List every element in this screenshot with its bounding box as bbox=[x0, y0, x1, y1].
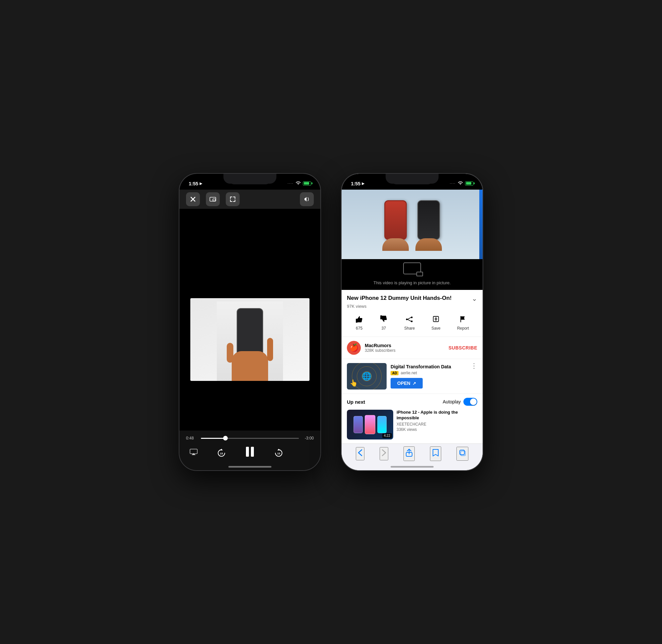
ad-section: 🌐 👆 Digital Transformation Data AD aerli… bbox=[342, 359, 483, 394]
video-player: 0:48 -3:00 bbox=[179, 190, 320, 470]
safari-tabs-button[interactable] bbox=[456, 447, 469, 461]
home-indicator-left bbox=[228, 466, 271, 468]
chevron-down-icon[interactable]: ⌄ bbox=[472, 295, 477, 302]
pip-thumbnail bbox=[342, 190, 483, 259]
channel-info: MacRumors 328K subscribers bbox=[365, 343, 449, 353]
pip-hand-left bbox=[382, 238, 409, 251]
ad-title: Digital Transformation Data bbox=[391, 364, 467, 369]
pause-button[interactable] bbox=[245, 446, 255, 460]
dislike-button[interactable]: 37 bbox=[380, 315, 388, 330]
like-button[interactable]: 675 bbox=[355, 315, 363, 330]
current-time: 0:48 bbox=[186, 436, 198, 440]
safari-share-button[interactable] bbox=[404, 446, 415, 461]
like-icon bbox=[355, 315, 363, 325]
airplay-button[interactable] bbox=[189, 448, 198, 458]
duration-badge: 4:22 bbox=[382, 433, 392, 438]
autoplay-label: Autoplay bbox=[443, 399, 461, 405]
left-phone-group bbox=[382, 200, 409, 251]
left-iphone: 1:55 ▶ ···· bbox=[179, 173, 321, 471]
time-left: 1:55 bbox=[189, 181, 198, 186]
youtube-screen: 1:55 ▶ ···· bbox=[342, 174, 483, 470]
action-row: 675 37 bbox=[347, 313, 477, 333]
power-right[interactable] bbox=[483, 233, 483, 256]
pip-phone-dark bbox=[417, 200, 440, 240]
share-button[interactable]: Share bbox=[404, 315, 415, 330]
ad-badge: AD bbox=[391, 371, 398, 375]
battery-left bbox=[303, 181, 311, 186]
open-label: OPEN bbox=[397, 381, 410, 386]
next-video-views: 336K views bbox=[396, 427, 477, 432]
left-screen: 1:55 ▶ ···· bbox=[179, 174, 320, 470]
skip-back-button[interactable]: 15 bbox=[217, 448, 226, 458]
pip-icon bbox=[403, 262, 421, 274]
seek-track[interactable] bbox=[201, 438, 299, 439]
right-screen: 1:55 ▶ ···· bbox=[342, 174, 483, 470]
share-label: Share bbox=[404, 326, 415, 330]
safari-back-button[interactable] bbox=[356, 447, 364, 460]
power-button[interactable] bbox=[320, 233, 321, 256]
svg-rect-8 bbox=[246, 447, 249, 457]
right-phone-group bbox=[415, 200, 442, 251]
autoplay-row: Autoplay bbox=[443, 398, 477, 406]
ad-info: Digital Transformation Data AD aerlie.ne… bbox=[391, 364, 467, 389]
home-indicator-right bbox=[391, 466, 434, 468]
next-video-item[interactable]: 4:22 iPhone 12 - Apple is doing the impo… bbox=[347, 410, 477, 439]
ad-thumb-icon: 🌐 bbox=[362, 372, 372, 381]
location-icon-right: ▶ bbox=[362, 181, 364, 186]
share-icon bbox=[406, 315, 413, 325]
open-ad-button[interactable]: OPEN ↗ bbox=[391, 378, 423, 389]
expand-button[interactable] bbox=[226, 192, 239, 206]
volume-button[interactable] bbox=[300, 192, 314, 206]
video-title-row: New iPhone 12 Dummy Unit Hands-On! ⌄ bbox=[347, 295, 477, 302]
svg-rect-9 bbox=[251, 447, 254, 457]
youtube-content[interactable]: New iPhone 12 Dummy Unit Hands-On! ⌄ 97K… bbox=[342, 290, 483, 443]
pip-button[interactable] bbox=[206, 192, 220, 206]
video-title: New iPhone 12 Dummy Unit Hands-On! bbox=[347, 295, 469, 302]
svg-point-15 bbox=[411, 321, 413, 322]
notch bbox=[228, 174, 271, 184]
battery-right bbox=[465, 181, 473, 186]
video-info-section: New iPhone 12 Dummy Unit Hands-On! ⌄ 97K… bbox=[342, 290, 483, 337]
seek-thumb[interactable] bbox=[223, 436, 228, 440]
time-right: 1:55 bbox=[351, 181, 361, 186]
wifi-left bbox=[296, 181, 301, 186]
report-button[interactable]: Report bbox=[457, 315, 469, 330]
ad-thumbnail[interactable]: 🌐 👆 bbox=[347, 363, 387, 390]
pip-caption: This video is playing in picture in pict… bbox=[342, 278, 483, 290]
open-icon: ↗ bbox=[412, 381, 416, 386]
save-button[interactable]: Save bbox=[431, 315, 440, 330]
svg-point-14 bbox=[411, 317, 413, 318]
report-label: Report bbox=[457, 326, 469, 330]
status-right-right: ···· bbox=[450, 180, 473, 186]
svg-rect-3 bbox=[213, 199, 215, 201]
ad-finger-icon: 👆 bbox=[349, 379, 358, 387]
report-icon bbox=[459, 315, 467, 325]
svg-rect-13 bbox=[380, 315, 382, 319]
safari-bookmarks-button[interactable] bbox=[430, 446, 441, 461]
skip-forward-button[interactable]: 15 bbox=[274, 448, 283, 458]
ad-badge-row: AD aerlie.net bbox=[391, 371, 467, 375]
signal-right: ···· bbox=[450, 182, 456, 185]
ad-domain: aerlie.net bbox=[401, 371, 417, 375]
status-right-left: ···· bbox=[288, 181, 311, 186]
ad-more-button[interactable]: ⋮ bbox=[471, 362, 477, 370]
toggle-knob bbox=[470, 398, 477, 405]
svg-text:15: 15 bbox=[277, 452, 280, 455]
like-count: 675 bbox=[356, 326, 362, 330]
channel-name: MacRumors bbox=[365, 343, 449, 348]
svg-rect-12 bbox=[356, 319, 358, 323]
autoplay-toggle[interactable] bbox=[463, 398, 477, 406]
svg-point-16 bbox=[406, 319, 408, 320]
save-icon bbox=[432, 315, 439, 325]
up-next-header: Up next Autoplay bbox=[347, 398, 477, 406]
location-icon-left: ▶ bbox=[200, 181, 202, 186]
wifi-right bbox=[458, 180, 463, 186]
subscribe-button[interactable]: SUBSCRIBE bbox=[449, 345, 477, 350]
seek-bar-container: 0:48 -3:00 bbox=[186, 436, 314, 440]
phone-video-illustration bbox=[190, 298, 310, 381]
channel-avatar: 🍎 bbox=[347, 341, 361, 355]
close-button[interactable] bbox=[186, 192, 200, 206]
signal-left: ···· bbox=[288, 182, 294, 185]
safari-forward-button[interactable] bbox=[380, 447, 388, 460]
player-top-bar bbox=[179, 190, 320, 209]
